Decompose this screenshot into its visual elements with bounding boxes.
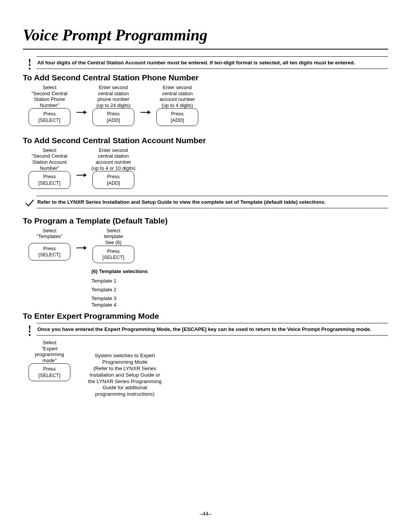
flow-step: SelecttemplateSee (6) Press[SELECT] (87, 228, 140, 263)
callout-expert: ! Once you have entered the Expert Progr… (23, 323, 388, 336)
flow-box: Press[SELECT] (29, 108, 70, 126)
flow-account: Select"Second CentralStation AccountNumb… (23, 147, 388, 189)
flow-step: Enter secondcentral stationphone number(… (87, 85, 140, 126)
flow-step: Select"Expertprogrammingmode" Press[SELE… (23, 340, 76, 381)
template-item: Template 4 (91, 302, 388, 308)
flow-expert: Select"Expertprogrammingmode" Press[SELE… (23, 340, 388, 398)
flow-step: Enter secondcentral stationaccount numbe… (87, 147, 140, 189)
check-icon (23, 196, 37, 209)
exclamation-icon: ! (23, 323, 37, 336)
flow-box: Press[SELECT] (29, 243, 70, 261)
flow-step: Select"Templates" Press[SELECT] (23, 228, 76, 261)
flow-label: Select"Second CentralStation PhoneNumber… (31, 85, 68, 108)
flow-label: SelecttemplateSee (6) (103, 228, 124, 246)
template-selections-heading: (6) Template selections (91, 268, 388, 274)
callout-digits: ! All four digits of the Central Station… (23, 56, 388, 69)
exclamation-icon: ! (23, 56, 37, 69)
arrow-icon (76, 147, 87, 176)
section-heading-template: To Program a Template (Default Table) (23, 216, 388, 225)
flow-label: Select"Templates" (36, 228, 63, 243)
flow-step: Select"Second CentralStation PhoneNumber… (23, 85, 76, 126)
callout-text: Refer to the LYNXR Series Installation a… (37, 196, 388, 208)
section-heading-phone: To Add Second Central Station Phone Numb… (23, 73, 388, 82)
template-item: Template 2 (91, 287, 388, 292)
flow-label: Select"Expertprogrammingmode" (34, 340, 65, 363)
expert-description: System switches to Expert Programming Mo… (87, 340, 163, 398)
flow-template: Select"Templates" Press[SELECT] Selectte… (23, 228, 388, 263)
section-heading-expert: To Enter Expert Programming Mode (23, 312, 388, 321)
flow-label: Select"Second CentralStation AccountNumb… (31, 147, 68, 171)
arrow-icon (140, 85, 151, 113)
section-heading-account: To Add Second Central Station Account Nu… (23, 136, 388, 145)
flow-box: Press[ADD] (92, 108, 134, 126)
callout-text: All four digits of the Central Station A… (37, 56, 388, 69)
flow-box: Press[SELECT] (29, 171, 70, 189)
flow-label: Enter secondcentral stationaccount numbe… (91, 147, 136, 171)
page-title: Voice Prompt Programming (23, 26, 388, 44)
flow-box: Press[ADD] (156, 108, 198, 126)
callout-lynx: Refer to the LYNXR Series Installation a… (23, 196, 388, 209)
template-item: Template 1 (91, 278, 388, 284)
callout-text: Once you have entered the Expert Program… (37, 323, 388, 335)
flow-label: Enter secondcentral stationphone number(… (96, 85, 131, 108)
flow-step: Enter secondcentral stationaccount numbe… (151, 85, 204, 126)
flow-phone: Select"Second CentralStation PhoneNumber… (23, 85, 388, 126)
title-rule (23, 49, 388, 50)
arrow-icon (76, 85, 87, 113)
flow-step: Select"Second CentralStation AccountNumb… (23, 147, 76, 189)
arrow-icon (76, 228, 87, 248)
flow-box: Press[ADD] (92, 171, 134, 189)
flow-label: Enter secondcentral stationaccount numbe… (159, 85, 196, 108)
page-number: –44– (0, 511, 411, 517)
flow-box: Press[SELECT] (92, 246, 134, 264)
flow-box: Press[SELECT] (29, 363, 70, 381)
template-selections: (6) Template selections Template 1 Templ… (91, 268, 388, 308)
template-item: Template 3 (91, 296, 388, 301)
